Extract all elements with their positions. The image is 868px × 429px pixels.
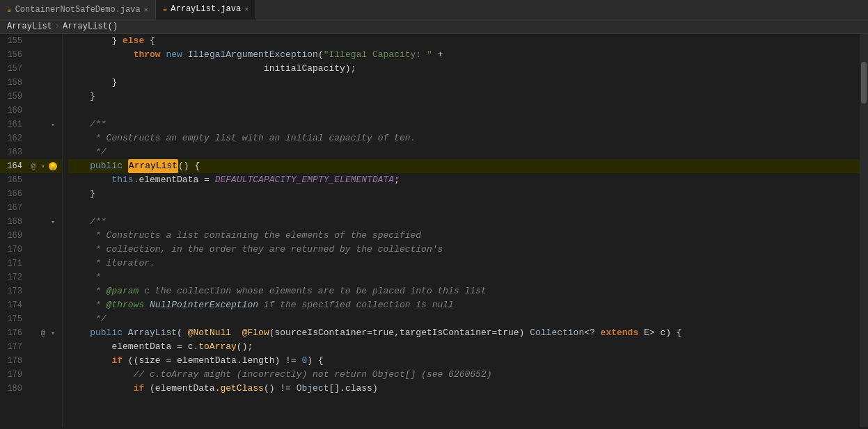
code-line-159: }: [68, 90, 860, 104]
code-line-163: */: [68, 145, 860, 159]
code-line-156: throw new IllegalArgumentException("Ille…: [68, 48, 860, 62]
tab-arraylist[interactable]: ☕ ArrayList.java ✕: [156, 0, 256, 19]
fold-icon-176[interactable]: ▾: [49, 329, 57, 337]
at-icon-164: @: [29, 162, 38, 170]
line-num-157: 157: [0, 64, 28, 74]
line-num-163: 163: [0, 147, 28, 157]
code-line-158: }: [68, 76, 860, 90]
line-row-178: 178: [0, 354, 62, 368]
tab-label-1: ContainerNotSafeDemo.java: [15, 5, 141, 15]
at-icon-176: @: [39, 329, 47, 337]
gutter-icons-168: ▾: [28, 218, 60, 226]
line-num-156: 156: [0, 50, 28, 60]
code-line-167: [68, 201, 860, 215]
code-line-171: * iterator.: [68, 257, 860, 270]
breadcrumb: ArrayList › ArrayList(): [0, 19, 868, 34]
breadcrumb-part-1[interactable]: ArrayList: [7, 22, 52, 31]
line-num-162: 162: [0, 133, 28, 143]
code-line-179: // c.toArray might (incorrectly) not ret…: [68, 368, 860, 382]
line-num-167: 167: [0, 203, 28, 213]
code-line-177: elementData = c.toArray();: [68, 340, 860, 354]
line-row-166: 166: [0, 187, 62, 201]
line-num-172: 172: [0, 273, 28, 282]
line-num-165: 165: [0, 175, 28, 185]
line-num-158: 158: [0, 78, 28, 88]
line-num-179: 179: [0, 370, 28, 380]
fold-icon-161[interactable]: ▾: [49, 120, 57, 129]
code-line-168: /**: [68, 215, 860, 229]
tab-label-2: ArrayList.java: [171, 4, 241, 14]
line-row-171: 171: [0, 257, 62, 270]
code-line-170: * collection, in the order they are retu…: [68, 243, 860, 257]
code-line-178: if ((size = elementData.length) != 0) {: [68, 354, 860, 368]
code-line-164: public ArrayList() {: [68, 159, 860, 173]
line-num-171: 171: [0, 259, 28, 268]
line-row-174: 174: [0, 298, 62, 312]
line-num-168: 168: [0, 217, 28, 227]
line-num-160: 160: [0, 106, 28, 115]
line-num-178: 178: [0, 356, 28, 366]
line-row-179: 179: [0, 368, 62, 382]
line-row-165: 165: [0, 173, 62, 187]
line-row-172: 172: [0, 270, 62, 284]
tab-icon-1: ☕: [7, 5, 12, 14]
tab-containernotsafedemo[interactable]: ☕ ContainerNotSafeDemo.java ✕: [0, 0, 156, 19]
line-row-157: 157: [0, 62, 62, 76]
line-num-175: 175: [0, 314, 28, 324]
code-line-162: * Constructs an empty list with an initi…: [68, 131, 860, 145]
scrollbar-thumb[interactable]: [861, 62, 867, 104]
code-line-160: [68, 104, 860, 118]
tab-close-2[interactable]: ✕: [244, 5, 248, 13]
tab-close-1[interactable]: ✕: [144, 6, 148, 14]
line-num-180: 180: [0, 384, 28, 394]
line-row-156: 156: [0, 48, 62, 62]
gutter-icons-176: @ ▾: [28, 329, 60, 337]
line-num-170: 170: [0, 245, 28, 254]
line-row-168: 168 ▾: [0, 215, 62, 229]
line-row-176: 176 @ ▾: [0, 326, 62, 340]
breadcrumb-sep: ›: [55, 22, 60, 31]
line-num-176: 176: [0, 328, 28, 338]
line-row-175: 175: [0, 312, 62, 326]
line-row-160: 160: [0, 104, 62, 118]
line-row-164: 164 @ ▾ 💡: [0, 159, 62, 173]
gutter-icons-164: @ ▾ 💡: [28, 162, 60, 170]
line-num-177: 177: [0, 342, 28, 352]
scrollbar-track[interactable]: [860, 34, 868, 427]
code-line-161: /**: [68, 118, 860, 131]
line-row-167: 167: [0, 201, 62, 215]
editor-container: ☕ ContainerNotSafeDemo.java ✕ ☕ ArrayLis…: [0, 0, 868, 429]
code-line-175: */: [68, 312, 860, 326]
code-line-176: public ArrayList( @NotNull @Flow(sourceI…: [68, 326, 860, 340]
fold-icon-164[interactable]: ▾: [39, 162, 47, 170]
tabs-bar: ☕ ContainerNotSafeDemo.java ✕ ☕ ArrayLis…: [0, 0, 868, 19]
line-num-169: 169: [0, 231, 28, 241]
line-row-180: 180: [0, 382, 62, 396]
line-row-177: 177: [0, 340, 62, 354]
code-line-172: *: [68, 270, 860, 284]
line-num-164: 164: [0, 161, 28, 171]
code-line-180: if (elementData.getClass() != Object[].c…: [68, 382, 860, 396]
line-num-174: 174: [0, 300, 28, 310]
code-line-155: } else {: [68, 34, 860, 48]
gutter: 155 156 157 158 159: [0, 34, 63, 427]
breadcrumb-part-2[interactable]: ArrayList(): [63, 22, 118, 31]
line-num-166: 166: [0, 189, 28, 199]
fold-icon-168[interactable]: ▾: [49, 218, 57, 226]
line-num-161: 161: [0, 120, 28, 129]
line-num-159: 159: [0, 92, 28, 102]
line-row-162: 162: [0, 131, 62, 145]
line-row-163: 163: [0, 145, 62, 159]
bulb-icon-164[interactable]: 💡: [49, 162, 57, 170]
line-num-173: 173: [0, 286, 28, 296]
code-line-173: * @param c the collection whose elements…: [68, 284, 860, 298]
line-row-161: 161 ▾: [0, 118, 62, 131]
editor-area: 155 156 157 158 159: [0, 34, 868, 427]
code-line-166: }: [68, 187, 860, 201]
code-line-169: * Constructs a list containing the eleme…: [68, 229, 860, 243]
line-row-158: 158: [0, 76, 62, 90]
line-row-170: 170: [0, 243, 62, 257]
tab-icon-2: ☕: [163, 4, 168, 13]
line-row-159: 159: [0, 90, 62, 104]
code-line-157: initialCapacity);: [68, 62, 860, 76]
